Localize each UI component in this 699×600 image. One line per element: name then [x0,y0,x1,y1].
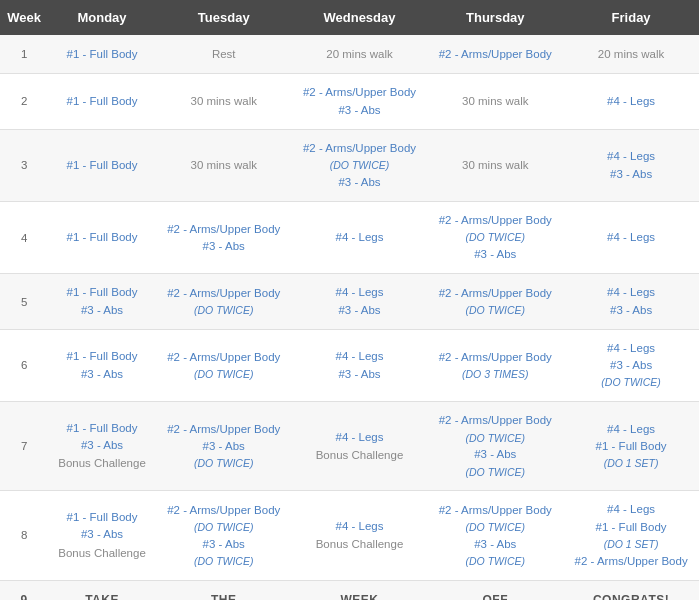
cell-tuesday: 30 mins walk [156,74,292,130]
cell-text: #4 - Legs [297,348,423,365]
cell-wednesday: #4 - LegsBonus Challenge [292,402,428,491]
cell-text: #3 - Abs [161,238,287,255]
cell-text: #1 - Full Body [53,229,151,246]
cell-text: #2 - Arms/Upper Body [432,349,558,366]
cell-text: #1 - Full Body [53,46,151,63]
cell-friday: #4 - Legs#3 - Abs [563,274,699,330]
cell-text: #2 - Arms/Upper Body [432,285,558,302]
cell-thursday: #2 - Arms/Upper Body(DO TWICE)#3 - Abs(D… [427,402,563,491]
cell-wednesday: #4 - Legs#3 - Abs [292,329,428,401]
cell-text: #4 - Legs [568,229,694,246]
cell-text: #3 - Abs [53,437,151,454]
cell-text: #3 - Abs [568,166,694,183]
cell-text: #4 - Legs [568,421,694,438]
cell-text: (DO TWICE) [161,553,287,570]
cell-text: 30 mins walk [161,92,287,110]
cell-text: #2 - Arms/Upper Body [161,285,287,302]
week-number: 8 [0,491,48,581]
table-row: 6#1 - Full Body#3 - Abs#2 - Arms/Upper B… [0,329,699,401]
cell-text: (DO TWICE) [432,464,558,481]
cell-monday: #1 - Full Body [48,202,156,274]
cell-text: Bonus Challenge [53,544,151,562]
cell-text: #3 - Abs [432,446,558,463]
cell-text: #3 - Abs [53,366,151,383]
cell-text: #3 - Abs [297,174,423,191]
cell-text: Bonus Challenge [297,446,423,464]
cell-text: (DO TWICE) [432,553,558,570]
week-number: 3 [0,129,48,201]
cell-text: #2 - Arms/Upper Body [297,84,423,101]
cell-text: #1 - Full Body [53,93,151,110]
cell-text: (DO TWICE) [432,229,558,246]
cell-text: (DO TWICE) [161,519,287,536]
week-number: 5 [0,274,48,330]
cell-wednesday: 20 mins walk [292,35,428,74]
table-row: 1#1 - Full BodyRest20 mins walk#2 - Arms… [0,35,699,74]
cell-text: #4 - Legs [297,429,423,446]
cell-text: #4 - Legs [568,340,694,357]
cell-tuesday: #2 - Arms/Upper Body#3 - Abs(DO TWICE) [156,402,292,491]
table-row: 8#1 - Full Body#3 - AbsBonus Challenge#2… [0,491,699,581]
cell-text: #2 - Arms/Upper Body [432,46,558,63]
week-number: 1 [0,35,48,74]
cell-text: 20 mins walk [568,45,694,63]
cell-text: Bonus Challenge [53,454,151,472]
cell-friday: #4 - Legs#3 - Abs(DO TWICE) [563,329,699,401]
table-row: 9TAKETHEWEEKOFFCONGRATS! [0,580,699,600]
cell-text: (DO TWICE) [161,302,287,319]
cell-monday: #1 - Full Body#3 - Abs [48,274,156,330]
header-cell-friday: Friday [563,0,699,35]
cell-text: #3 - Abs [297,302,423,319]
cell-monday: #1 - Full Body#3 - Abs [48,329,156,401]
cell-text: #3 - Abs [297,366,423,383]
cell-text: OFF [432,591,558,600]
cell-monday: #1 - Full Body#3 - AbsBonus Challenge [48,402,156,491]
table-row: 2#1 - Full Body30 mins walk#2 - Arms/Upp… [0,74,699,130]
cell-thursday: #2 - Arms/Upper Body(DO TWICE) [427,274,563,330]
header-row: WeekMondayTuesdayWednesdayThursdayFriday [0,0,699,35]
cell-text: (DO 3 TIMES) [432,366,558,383]
cell-monday: #1 - Full Body [48,35,156,74]
cell-text: #2 - Arms/Upper Body [297,140,423,157]
cell-friday: CONGRATS! [563,580,699,600]
cell-text: (DO TWICE) [161,455,287,472]
cell-text: (DO TWICE) [432,430,558,447]
table-row: 4#1 - Full Body#2 - Arms/Upper Body#3 - … [0,202,699,274]
cell-tuesday: #2 - Arms/Upper Body(DO TWICE)#3 - Abs(D… [156,491,292,581]
cell-text: #4 - Legs [297,229,423,246]
cell-text: #2 - Arms/Upper Body [568,553,694,570]
cell-text: #3 - Abs [297,102,423,119]
cell-text: 30 mins walk [161,156,287,174]
cell-friday: #4 - Legs#1 - Full Body(DO 1 SET) [563,402,699,491]
cell-friday: #4 - Legs#1 - Full Body(DO 1 SET)#2 - Ar… [563,491,699,581]
cell-text: TAKE [53,591,151,600]
cell-friday: 20 mins walk [563,35,699,74]
header-cell-thursday: Thursday [427,0,563,35]
cell-text: #2 - Arms/Upper Body [432,212,558,229]
cell-text: #4 - Legs [568,501,694,518]
cell-text: #3 - Abs [161,536,287,553]
cell-text: #4 - Legs [568,93,694,110]
cell-text: Bonus Challenge [297,535,423,553]
cell-tuesday: #2 - Arms/Upper Body(DO TWICE) [156,274,292,330]
cell-text: 30 mins walk [432,156,558,174]
cell-text: #2 - Arms/Upper Body [432,412,558,429]
cell-text: Rest [161,45,287,63]
cell-tuesday: Rest [156,35,292,74]
table-row: 5#1 - Full Body#3 - Abs#2 - Arms/Upper B… [0,274,699,330]
cell-text: (DO TWICE) [432,302,558,319]
cell-thursday: OFF [427,580,563,600]
cell-wednesday: #4 - Legs#3 - Abs [292,274,428,330]
cell-monday: #1 - Full Body [48,129,156,201]
table-row: 3#1 - Full Body30 mins walk#2 - Arms/Upp… [0,129,699,201]
cell-tuesday: #2 - Arms/Upper Body#3 - Abs [156,202,292,274]
cell-text: #2 - Arms/Upper Body [161,349,287,366]
cell-text: (DO 1 SET) [568,536,694,553]
cell-text: #3 - Abs [53,302,151,319]
cell-thursday: 30 mins walk [427,129,563,201]
cell-text: #2 - Arms/Upper Body [161,502,287,519]
cell-text: #3 - Abs [53,526,151,543]
cell-text: 30 mins walk [432,92,558,110]
cell-thursday: 30 mins walk [427,74,563,130]
cell-text: #1 - Full Body [53,348,151,365]
